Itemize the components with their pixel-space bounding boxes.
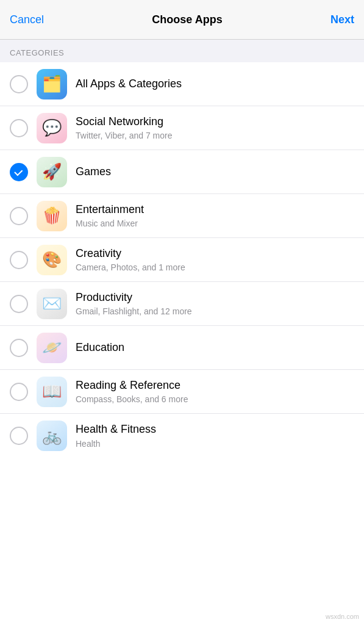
app-icon-reading-reference: 📖	[37, 377, 67, 407]
radio-all-apps[interactable]	[10, 75, 28, 93]
item-subtitle-reading-reference: Compass, Books, and 6 more	[76, 394, 354, 405]
radio-entertainment[interactable]	[10, 207, 28, 225]
app-icon-health-fitness: 🚲	[37, 421, 67, 451]
item-title-creativity: Creativity	[76, 247, 354, 261]
item-text-social-networking: Social NetworkingTwitter, Viber, and 7 m…	[76, 115, 354, 142]
categories-list: 🗂️All Apps & Categories💬Social Networkin…	[0, 62, 364, 458]
section-header: CATEGORIES	[0, 40, 364, 62]
app-icon-social-networking: 💬	[37, 113, 67, 143]
app-icon-creativity: 🎨	[37, 245, 67, 275]
page-title: Choose Apps	[152, 13, 222, 26]
radio-education[interactable]	[10, 339, 28, 357]
next-button[interactable]: Next	[330, 13, 354, 26]
item-title-reading-reference: Reading & Reference	[76, 378, 354, 392]
app-icon-productivity: ✉️	[37, 289, 67, 319]
radio-creativity[interactable]	[10, 251, 28, 269]
radio-health-fitness[interactable]	[10, 427, 28, 445]
radio-productivity[interactable]	[10, 295, 28, 313]
watermark: wsxdn.com	[326, 613, 359, 620]
item-subtitle-productivity: Gmail, Flashlight, and 12 more	[76, 306, 354, 317]
item-title-games: Games	[76, 165, 354, 179]
item-title-productivity: Productivity	[76, 291, 354, 305]
item-title-all-apps: All Apps & Categories	[76, 77, 354, 91]
list-item-social-networking[interactable]: 💬Social NetworkingTwitter, Viber, and 7 …	[0, 106, 364, 150]
list-item-productivity[interactable]: ✉️ProductivityGmail, Flashlight, and 12 …	[0, 282, 364, 326]
item-title-health-fitness: Health & Fitness	[76, 422, 354, 436]
app-icon-entertainment: 🍿	[37, 201, 67, 231]
app-icon-education: 🪐	[37, 333, 67, 363]
list-item-education[interactable]: 🪐Education	[0, 326, 364, 370]
header: Cancel Choose Apps Next	[0, 0, 364, 40]
item-text-productivity: ProductivityGmail, Flashlight, and 12 mo…	[76, 291, 354, 317]
item-text-reading-reference: Reading & ReferenceCompass, Books, and 6…	[76, 378, 354, 405]
app-icon-games: 🚀	[37, 157, 67, 187]
list-item-all-apps[interactable]: 🗂️All Apps & Categories	[0, 62, 364, 106]
item-text-health-fitness: Health & FitnessHealth	[76, 422, 354, 449]
radio-social-networking[interactable]	[10, 119, 28, 137]
item-text-all-apps: All Apps & Categories	[76, 77, 354, 91]
list-item-reading-reference[interactable]: 📖Reading & ReferenceCompass, Books, and …	[0, 370, 364, 414]
item-text-education: Education	[76, 341, 354, 355]
item-title-education: Education	[76, 341, 354, 355]
radio-reading-reference[interactable]	[10, 383, 28, 401]
item-title-social-networking: Social Networking	[76, 115, 354, 129]
list-item-creativity[interactable]: 🎨CreativityCamera, Photos, and 1 more	[0, 238, 364, 282]
item-subtitle-social-networking: Twitter, Viber, and 7 more	[76, 130, 354, 141]
list-item-entertainment[interactable]: 🍿EntertainmentMusic and Mixer	[0, 194, 364, 238]
item-title-entertainment: Entertainment	[76, 203, 354, 217]
list-item-health-fitness[interactable]: 🚲Health & FitnessHealth	[0, 414, 364, 458]
cancel-button[interactable]: Cancel	[10, 13, 44, 26]
list-item-games[interactable]: 🚀Games	[0, 150, 364, 194]
item-subtitle-entertainment: Music and Mixer	[76, 218, 354, 229]
app-icon-all-apps: 🗂️	[37, 69, 67, 99]
item-text-games: Games	[76, 165, 354, 179]
item-text-creativity: CreativityCamera, Photos, and 1 more	[76, 247, 354, 273]
item-subtitle-creativity: Camera, Photos, and 1 more	[76, 262, 354, 273]
item-text-entertainment: EntertainmentMusic and Mixer	[76, 203, 354, 229]
radio-games[interactable]	[10, 163, 28, 181]
item-subtitle-health-fitness: Health	[76, 438, 354, 449]
